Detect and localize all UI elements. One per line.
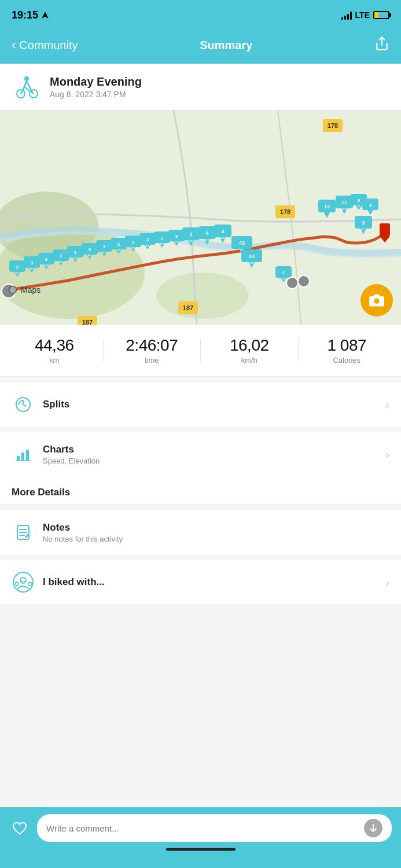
speed-unit: km/h	[201, 356, 298, 365]
splits-content: Splits	[43, 399, 385, 410]
home-indicator	[166, 848, 236, 851]
back-button[interactable]: ‹ Community	[12, 39, 78, 52]
splits-section: Splits ›	[0, 382, 401, 426]
svg-text:km: km	[88, 253, 92, 257]
bottom-bar	[0, 807, 401, 868]
svg-text:km: km	[361, 227, 366, 231]
comment-input-wrap[interactable]	[37, 814, 392, 842]
svg-text:km: km	[73, 256, 78, 260]
svg-text:11: 11	[341, 200, 347, 205]
charts-item[interactable]: Charts Speed, Elevation ›	[0, 432, 401, 476]
splits-icon	[12, 393, 35, 416]
camera-button[interactable]	[360, 284, 393, 317]
biked-with-content: I biked with...	[43, 576, 385, 588]
signal-bars	[341, 10, 352, 20]
svg-text:3: 3	[362, 220, 365, 226]
svg-text:3: 3	[45, 257, 48, 262]
apple-maps-badge: Maps	[8, 285, 41, 295]
svg-text:3: 3	[60, 253, 62, 259]
svg-point-124	[28, 582, 32, 586]
svg-text:km: km	[117, 248, 121, 252]
svg-text:km: km	[146, 244, 150, 247]
calories-value: 1 087	[299, 336, 396, 355]
svg-text:3: 3	[74, 250, 77, 255]
svg-rect-115	[26, 450, 29, 461]
distance-value: 44,36	[6, 336, 103, 355]
svg-point-123	[15, 582, 19, 586]
svg-text:km: km	[59, 260, 63, 263]
back-chevron-icon: ‹	[12, 39, 16, 52]
splits-chevron: ›	[385, 398, 389, 411]
send-button[interactable]	[364, 819, 382, 837]
svg-text:km: km	[160, 242, 164, 245]
nav-title: Summary	[200, 39, 252, 52]
comment-row	[9, 814, 392, 842]
speed-value: 16,02	[201, 336, 298, 355]
svg-rect-114	[21, 453, 24, 461]
biked-with-item[interactable]: I biked with... ›	[0, 560, 401, 604]
svg-text:4: 4	[221, 229, 224, 234]
map-svg: 3km 3km 3km 3km 3km 3km 3km 3km 3km 3km …	[0, 111, 401, 325]
svg-point-100	[298, 275, 310, 287]
time-value: 2:46:07	[104, 336, 201, 355]
comment-input[interactable]	[46, 823, 364, 833]
svg-text:km: km	[45, 263, 49, 267]
svg-text:3: 3	[31, 260, 34, 266]
activity-header: Monday Evening Aug 8, 2022 3:47 PM	[0, 64, 401, 111]
svg-text:3: 3	[189, 231, 192, 237]
splits-title: Splits	[43, 399, 385, 410]
svg-point-99	[286, 277, 298, 289]
battery-icon	[373, 11, 389, 19]
splits-item[interactable]: Splits ›	[0, 382, 401, 426]
calories-unit: Calories	[299, 356, 396, 365]
svg-text:km: km	[102, 251, 106, 254]
biked-with-title: I biked with...	[43, 576, 385, 588]
svg-text:km: km	[220, 236, 225, 240]
nav-bar: ‹ Community Summary	[0, 29, 401, 64]
notes-item[interactable]: Notes No notes for this activity	[0, 510, 401, 554]
svg-text:3: 3	[146, 237, 149, 242]
svg-text:3: 3	[161, 236, 164, 241]
svg-text:13: 13	[324, 204, 330, 209]
svg-text:44: 44	[249, 253, 255, 259]
lte-badge: LTE	[355, 10, 370, 20]
svg-text:km: km	[16, 271, 20, 274]
stat-time: 2:46:07 time	[104, 336, 201, 365]
svg-text:km: km	[205, 238, 209, 241]
stat-distance: 44,36 km	[6, 336, 103, 365]
biked-with-section: I biked with... ›	[0, 560, 401, 604]
time-unit: time	[104, 356, 201, 365]
location-arrow-icon	[41, 11, 49, 19]
svg-text:3: 3	[89, 247, 91, 252]
svg-point-111	[374, 299, 379, 304]
svg-text:4: 4	[369, 203, 372, 208]
svg-text:8: 8	[358, 198, 360, 203]
status-time: 19:15	[12, 9, 49, 21]
svg-text:187: 187	[183, 304, 193, 311]
svg-text:km: km	[342, 207, 347, 211]
charts-section: Charts Speed, Elevation ›	[0, 432, 401, 476]
svg-text:km: km	[189, 239, 193, 242]
charts-title: Charts	[43, 444, 385, 455]
map-container: 3km 3km 3km 3km 3km 3km 3km 3km 3km 3km …	[0, 111, 401, 325]
svg-text:3: 3	[103, 244, 106, 249]
back-label: Community	[19, 39, 78, 52]
charts-chevron: ›	[385, 448, 389, 461]
svg-rect-113	[17, 456, 20, 461]
notes-title: Notes	[43, 522, 389, 534]
notes-content: Notes No notes for this activity	[43, 522, 389, 543]
status-right: LTE	[341, 10, 389, 20]
cycling-icon	[12, 72, 42, 102]
charts-icon	[12, 443, 35, 466]
share-button[interactable]	[374, 36, 389, 54]
svg-text:3: 3	[16, 264, 19, 270]
svg-text:3: 3	[175, 234, 178, 239]
svg-text:3: 3	[117, 242, 120, 247]
biked-with-icon	[12, 571, 35, 594]
heart-button[interactable]	[9, 818, 30, 838]
svg-text:km: km	[131, 246, 135, 249]
svg-text:178: 178	[328, 122, 338, 129]
svg-text:4: 4	[205, 230, 208, 236]
notes-section: Notes No notes for this activity	[0, 510, 401, 554]
svg-text:km: km	[282, 277, 286, 280]
